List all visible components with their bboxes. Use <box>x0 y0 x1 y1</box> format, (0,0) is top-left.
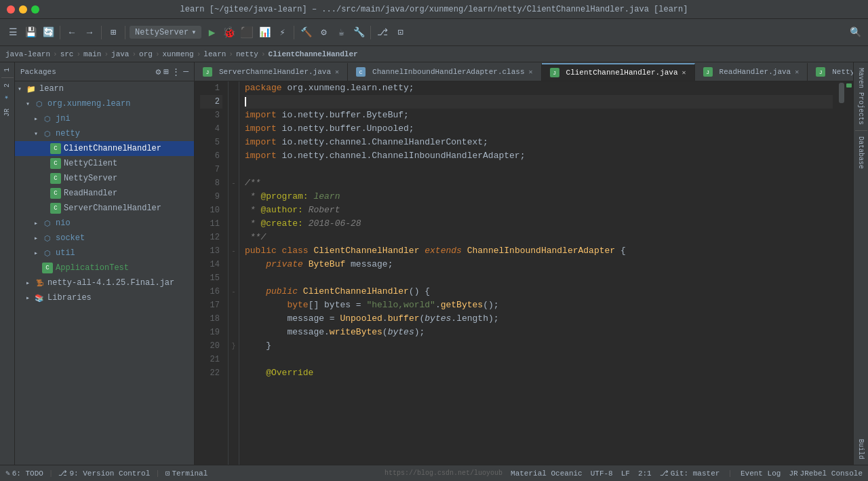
tab-channelinboundhandleradapter[interactable]: C ChannelInboundHandlerAdapter.class ✕ <box>348 63 541 81</box>
tab-readhandler[interactable]: J ReadHandler.java ✕ <box>695 63 808 81</box>
bc-src[interactable]: src <box>60 50 74 58</box>
linesep-status[interactable]: LF <box>621 469 630 478</box>
sidebar-close-icon[interactable]: — <box>183 66 189 77</box>
debug-button[interactable]: 🐞 <box>222 25 237 40</box>
close-button[interactable] <box>7 5 15 14</box>
project-panel-btn[interactable]: 1 <box>2 65 12 75</box>
tab-label: ReadHandler.java <box>719 68 791 76</box>
tree-item-applicationtest[interactable]: C ApplicationTest <box>15 261 194 275</box>
gutter-fold-8[interactable]: - <box>229 176 239 190</box>
terminal-icon[interactable]: ⊡ <box>393 25 408 40</box>
gutter-fold-13[interactable]: - <box>229 244 239 258</box>
minimize-button[interactable] <box>19 5 27 14</box>
bc-netty[interactable]: netty <box>236 50 258 58</box>
build-btn[interactable]: Build <box>856 436 866 462</box>
run-button[interactable]: ▶ <box>204 25 219 40</box>
tab-close-btn[interactable]: ✕ <box>529 68 533 76</box>
maximize-button[interactable] <box>31 5 39 14</box>
git-status[interactable]: ⎇ Git: master <box>660 469 720 478</box>
tree-item-util[interactable]: ▸ ⬡ util <box>15 246 194 261</box>
run-config-selector[interactable]: NettyServer ▾ <box>130 26 201 39</box>
vcs-status[interactable]: ⎇ 9: Version Control <box>58 469 150 478</box>
bc-org[interactable]: org <box>139 50 153 58</box>
vcs-icon[interactable]: ⎇ <box>375 25 390 40</box>
settings-icon[interactable]: ⚙ <box>316 25 331 40</box>
save-icon[interactable]: 💾 <box>23 25 38 40</box>
tree-item-nettyserver[interactable]: C NettyServer <box>15 171 194 186</box>
hamburger-icon[interactable]: ☰ <box>5 25 20 40</box>
tree-item-readhandler[interactable]: C ReadHandler <box>15 186 194 201</box>
gutter-line-18 <box>229 312 239 326</box>
structure-panel-btn[interactable]: 2 <box>2 81 12 90</box>
editor-scrollbar[interactable] <box>838 81 845 465</box>
maven-projects-btn[interactable]: Maven Projects <box>856 65 866 128</box>
tree-item-clientchannelhandler[interactable]: C ClientChannelHandler <box>15 141 194 156</box>
tab-nettyclient[interactable]: J NettyClient.java ✕ <box>808 63 853 81</box>
status-url: https://blog.csdn.net/luoyoub <box>384 469 502 477</box>
tree-item-netty[interactable]: ▾ ⬡ netty <box>15 126 194 141</box>
bc-xunmeng[interactable]: xunmeng <box>163 50 194 58</box>
sidebar-layout-icon[interactable]: ⊞ <box>163 66 169 77</box>
gutter-line-19 <box>229 326 239 339</box>
sidebar-settings-icon[interactable]: ⚙ <box>156 66 161 77</box>
tree-item-libraries[interactable]: ▸ 📚 Libraries <box>15 290 194 305</box>
gutter-fold-16[interactable]: - <box>229 285 239 299</box>
tree-label: Libraries <box>47 293 92 303</box>
tree-item-nettyclient[interactable]: C NettyClient <box>15 156 194 171</box>
sidebar-header: Packages ⚙ ⊞ ⋮ — <box>15 62 194 81</box>
code-line-12: **/ <box>245 231 833 244</box>
tree-item-serverchannelhandler[interactable]: C ServerChannelHandler <box>15 201 194 216</box>
grid-icon[interactable]: ⊞ <box>106 25 121 40</box>
sdk-icon[interactable]: ☕ <box>334 25 349 40</box>
code-editor[interactable]: 1 2 3 4 5 6 7 8 9 10 11 12 13 14 15 16 1… <box>195 81 853 465</box>
sync-icon[interactable]: 🔄 <box>41 25 56 40</box>
bc-java[interactable]: java <box>111 50 129 58</box>
gutter-line-21 <box>229 353 239 366</box>
profile-icon[interactable]: ⚡ <box>275 25 290 40</box>
tools-icon[interactable]: 🔧 <box>351 25 366 40</box>
tree-label: jni <box>56 114 71 123</box>
line-num-7: 7 <box>200 163 222 176</box>
jrebel-panel-btn[interactable]: JR <box>2 106 12 119</box>
tab-clientchannelhandler[interactable]: J ClientChannelHandler.java ✕ <box>542 63 695 81</box>
tab-serverchannelhandler[interactable]: J ServerChannelHandler.java ✕ <box>195 63 348 81</box>
code-line-5: import io.netty.channel.ChannelHandlerCo… <box>245 136 833 149</box>
tree-item-jni[interactable]: ▸ ⬡ jni <box>15 111 194 126</box>
tree-item-socket[interactable]: ▸ ⬡ socket <box>15 231 194 246</box>
tree-item-org[interactable]: ▾ ⬡ org.xunmeng.learn <box>15 96 194 111</box>
scrollbar-thumb[interactable] <box>839 83 844 103</box>
stop-button[interactable]: ⬛ <box>239 25 254 40</box>
gutter-fold-20[interactable]: } <box>229 339 239 353</box>
database-btn[interactable]: Database <box>856 134 866 172</box>
bc-learn[interactable]: learn <box>203 50 226 58</box>
material-status[interactable]: Material Oceanic <box>511 469 583 478</box>
terminal-status[interactable]: ⊡ Terminal <box>165 469 208 478</box>
tree-item-learn[interactable]: ▾ 📁 learn <box>15 81 194 96</box>
bc-main[interactable]: main <box>83 50 101 58</box>
line-num-1: 1 <box>200 81 222 95</box>
tab-close-btn[interactable]: ✕ <box>682 69 686 77</box>
sidebar-gear-icon[interactable]: ⋮ <box>172 66 180 77</box>
encoding-status[interactable]: UTF-8 <box>591 469 613 478</box>
tree-item-nio[interactable]: ▸ ⬡ nio <box>15 216 194 231</box>
code-line-7 <box>245 163 833 176</box>
window-controls[interactable] <box>7 5 39 14</box>
event-log-status[interactable]: Event Log <box>741 469 781 478</box>
code-content[interactable]: package org.xunmeng.learn.netty; import … <box>239 81 838 465</box>
window-title: learn [~/gitee/java-learn] – .../src/mai… <box>180 5 688 14</box>
search-icon[interactable]: 🔍 <box>848 25 863 40</box>
favorites-panel-btn[interactable]: ★ <box>2 92 12 104</box>
packages-label[interactable]: Packages <box>20 68 56 76</box>
tab-close-btn[interactable]: ✕ <box>335 68 339 76</box>
back-icon[interactable]: ← <box>64 25 79 40</box>
forward-icon[interactable]: → <box>82 25 97 40</box>
bc-current[interactable]: ClientChannelHandler <box>269 50 358 58</box>
todo-status[interactable]: ✎ 6: TODO <box>5 469 43 478</box>
bc-java-learn[interactable]: java-learn <box>5 50 50 58</box>
jrebel-console-status[interactable]: JR JRebel Console <box>789 469 863 478</box>
tree-item-jar[interactable]: ▸ 🗜 netty-all-4.1.25.Final.jar <box>15 275 194 290</box>
coverage-icon[interactable]: 📊 <box>257 25 272 40</box>
position-status[interactable]: 2:1 <box>638 469 652 478</box>
tab-close-btn[interactable]: ✕ <box>795 68 799 76</box>
build-icon[interactable]: 🔨 <box>298 25 313 40</box>
